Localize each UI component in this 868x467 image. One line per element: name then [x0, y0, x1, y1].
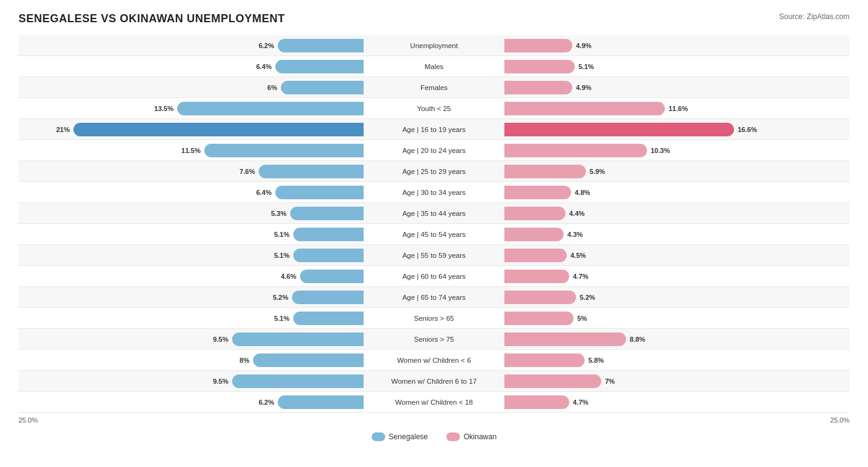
bar-label: Age | 45 to 54 years: [366, 231, 502, 238]
bar-value-right: 8.8%: [630, 336, 645, 343]
bar-right-section: 4.4%: [502, 207, 849, 220]
chart-row: 6.2% Unemployment 4.9%: [19, 35, 849, 56]
bar-right: [504, 228, 564, 241]
chart-row: 4.6% Age | 60 to 64 years 4.7%: [19, 266, 849, 287]
bar-value-right: 5.2%: [580, 294, 595, 301]
bar-right-section: 5.2%: [502, 291, 849, 304]
chart-row: 6.2% Women w/ Children < 18 4.7%: [19, 392, 849, 413]
bar-value-left: 5.1%: [274, 315, 290, 322]
bar-value-left: 6.4%: [256, 189, 272, 196]
bar-value-right: 5.8%: [588, 357, 604, 364]
bar-left: [232, 374, 364, 388]
chart-row: 5.2% Age | 65 to 74 years 5.2%: [19, 287, 849, 308]
chart-title: SENEGALESE VS OKINAWAN UNEMPLOYMENT: [19, 12, 285, 25]
bar-value-right: 4.9%: [576, 42, 591, 49]
bar-right-section: 4.9%: [502, 81, 849, 94]
chart-row: 11.5% Age | 20 to 24 years 10.3%: [19, 140, 849, 161]
bar-value-right: 4.3%: [567, 231, 583, 238]
bar-value-left: 9.5%: [213, 378, 228, 385]
bar-value-right: 5%: [577, 315, 587, 322]
bar-label: Age | 60 to 64 years: [366, 273, 502, 280]
bar-right-section: 4.8%: [502, 186, 849, 199]
bar-right-section: 5.9%: [502, 165, 849, 178]
bar-label: Age | 25 to 29 years: [366, 168, 502, 175]
bar-left-section: 7.6%: [19, 165, 366, 178]
legend-okinawan: Okinawan: [446, 432, 496, 441]
bar-label: Age | 35 to 44 years: [366, 210, 502, 217]
chart-header: SENEGALESE VS OKINAWAN UNEMPLOYMENT Sour…: [19, 12, 849, 25]
bar-value-right: 4.4%: [569, 210, 585, 217]
bar-left: [275, 60, 364, 73]
bar-value-left: 5.2%: [273, 294, 288, 301]
bar-right: [504, 249, 567, 262]
bar-label: Seniors > 65: [366, 315, 502, 322]
bar-left: [290, 207, 364, 220]
chart-row: 5.1% Age | 45 to 54 years 4.3%: [19, 224, 849, 245]
bar-value-left: 4.6%: [281, 273, 296, 280]
bar-value-right: 4.5%: [570, 252, 586, 259]
bar-value-left: 6%: [267, 84, 277, 91]
axis-right-label: 25.0%: [830, 416, 849, 424]
bar-value-left: 6.2%: [259, 42, 274, 49]
chart-row: 5.3% Age | 35 to 44 years 4.4%: [19, 203, 849, 224]
bar-left: [278, 395, 364, 409]
bar-right-section: 10.3%: [502, 144, 849, 157]
chart-row: 9.5% Seniors > 75 8.8%: [19, 329, 849, 350]
bar-left-section: 4.6%: [19, 270, 366, 283]
bar-left-section: 11.5%: [19, 144, 366, 157]
bar-value-left: 7.6%: [240, 168, 255, 175]
legend-senegalese-label: Senegalese: [389, 432, 428, 441]
chart-row: 9.5% Women w/ Children 6 to 17 7%: [19, 371, 849, 392]
bar-label: Women w/ Children 6 to 17: [366, 378, 502, 385]
bar-right: [504, 312, 574, 325]
bar-left-section: 13.5%: [19, 102, 366, 115]
bar-right: [504, 81, 572, 94]
bar-right: [504, 123, 734, 136]
bar-right: [504, 374, 601, 388]
bar-left: [300, 270, 364, 283]
bar-left: [281, 81, 364, 94]
bar-left: [275, 186, 364, 199]
bar-right: [504, 353, 585, 367]
bar-right: [504, 270, 569, 283]
bar-value-right: 4.8%: [575, 189, 590, 196]
bar-left: [278, 39, 364, 52]
bar-right-section: 16.6%: [502, 123, 849, 136]
bar-left: [177, 102, 364, 115]
bar-left-section: 5.1%: [19, 312, 366, 325]
bar-left-section: 8%: [19, 353, 366, 367]
bar-label: Seniors > 75: [366, 336, 502, 343]
bar-left: [253, 353, 364, 367]
bar-right: [504, 291, 576, 304]
chart-row: 5.1% Age | 55 to 59 years 4.5%: [19, 245, 849, 266]
bar-value-right: 16.6%: [738, 126, 757, 133]
legend-okinawan-label: Okinawan: [464, 432, 496, 441]
chart-rows: 6.2% Unemployment 4.9% 6.4% Males 5.1%: [19, 35, 849, 413]
bar-left: [73, 123, 364, 136]
bar-value-left: 5.1%: [274, 231, 290, 238]
chart-row: 6.4% Males 5.1%: [19, 56, 849, 77]
bar-value-left: 21%: [56, 126, 70, 133]
bar-label: Women w/ Children < 6: [366, 357, 502, 364]
bar-value-left: 9.5%: [213, 336, 228, 343]
bar-value-right: 5.1%: [578, 63, 594, 70]
bar-label: Unemployment: [366, 42, 502, 49]
bar-label: Youth < 25: [366, 105, 502, 112]
bar-left: [293, 312, 364, 325]
bar-left: [293, 249, 364, 262]
bar-left-section: 6%: [19, 81, 366, 94]
bar-value-left: 8%: [240, 357, 249, 364]
bar-left-section: 21%: [19, 123, 366, 136]
bar-right-section: 4.7%: [502, 395, 849, 409]
bar-value-right: 5.9%: [590, 168, 605, 175]
axis-left-label: 25.0%: [19, 416, 38, 424]
bar-left-section: 5.1%: [19, 228, 366, 241]
bar-left-section: 9.5%: [19, 333, 366, 346]
bar-right: [504, 144, 647, 157]
bar-left-section: 5.2%: [19, 291, 366, 304]
bar-value-left: 13.5%: [154, 105, 173, 112]
bar-value-left: 5.3%: [271, 210, 286, 217]
axis-labels: 25.0% 25.0%: [19, 413, 849, 424]
chart-row: 5.1% Seniors > 65 5%: [19, 308, 849, 329]
bar-value-right: 11.6%: [669, 105, 688, 112]
